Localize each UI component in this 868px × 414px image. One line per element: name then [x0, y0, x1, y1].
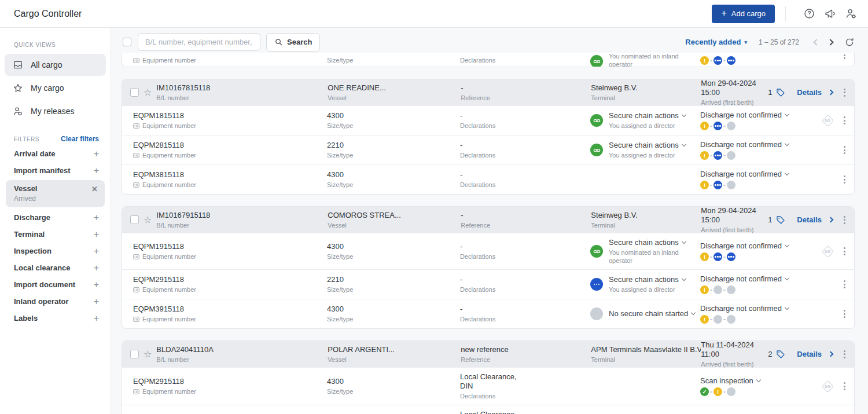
user-settings-icon[interactable] [843, 6, 859, 22]
secure-chain-dropdown[interactable]: Secure chain actions [609, 111, 686, 120]
size-type-label: Size/type [327, 387, 353, 395]
status-dropdown[interactable]: Discharge not confirmed [700, 170, 818, 179]
clear-filters-link[interactable]: Clear filters [61, 135, 99, 143]
filter-vessel[interactable]: VesselArrived✕ [6, 180, 105, 207]
secure-chain-cell: You nominated an inland operator [590, 53, 696, 67]
filter-inland-operator[interactable]: Inland operator+ [0, 293, 111, 310]
row-menu-button[interactable] [842, 144, 847, 156]
favorite-star-icon[interactable]: ☆ [144, 350, 152, 359]
row-menu-button[interactable] [842, 214, 847, 226]
status-dropdown[interactable]: Discharge not confirmed [700, 274, 818, 284]
row-menu-button[interactable] [842, 278, 847, 291]
status-dropdown[interactable]: Discharge not confirmed [700, 111, 818, 120]
add-filter-icon[interactable]: + [94, 280, 99, 290]
help-icon[interactable] [801, 6, 817, 22]
filter-import-document[interactable]: Import document+ [0, 276, 111, 293]
status-dot-empty [727, 151, 735, 160]
search-button[interactable]: Search [266, 33, 320, 52]
row-menu-button[interactable] [842, 53, 847, 61]
chevron-down-icon [785, 243, 789, 247]
star-icon [13, 83, 23, 93]
arrival-datetime: Thu 11-04-2024 11:00 [701, 340, 768, 359]
filter-label: Import document [14, 280, 75, 289]
favorite-star-icon[interactable]: ☆ [144, 88, 152, 97]
sort-dropdown[interactable]: Recently added ▾ [685, 38, 747, 46]
refresh-button[interactable] [844, 37, 855, 47]
status-dropdown[interactable]: Discharge not confirmed [700, 140, 818, 149]
row-menu-button[interactable] [842, 245, 847, 258]
details-link[interactable]: Details [797, 215, 822, 224]
filter-arrival-date[interactable]: Arrival date+ [0, 145, 111, 162]
caret-down-icon: ▾ [744, 39, 747, 45]
container-icon [133, 287, 139, 292]
status-dropdown[interactable] [700, 53, 818, 54]
filter-local-clearance[interactable]: Local clearance+ [0, 259, 111, 276]
equipment-row: Equipment numberSize/typeDeclarationsYou… [122, 53, 854, 67]
add-filter-icon[interactable]: + [94, 247, 99, 256]
secure-chain-subtext: You nominated an inland operator [609, 53, 696, 67]
add-filter-icon[interactable]: + [94, 263, 99, 273]
prev-page-button[interactable] [807, 34, 823, 50]
terminal-label: Terminal [591, 356, 697, 364]
filter-discharge[interactable]: Discharge+ [0, 209, 111, 226]
group-checkbox[interactable] [130, 350, 139, 358]
secure-chain-dropdown[interactable]: Secure chain actions [609, 238, 696, 247]
row-menu-button[interactable] [842, 114, 847, 127]
sidebar-item-all-cargo[interactable]: All cargo [5, 54, 106, 76]
add-filter-icon[interactable]: + [94, 149, 99, 159]
filter-terminal[interactable]: Terminal+ [0, 226, 111, 243]
secure-chain-dropdown[interactable]: Secure chain actions [609, 141, 686, 150]
megaphone-icon[interactable] [822, 6, 838, 22]
row-menu-button[interactable] [842, 348, 847, 361]
status-dot-done: ✓ [700, 387, 709, 396]
status-dot-warn: ! [700, 181, 709, 189]
search-input[interactable] [138, 33, 260, 51]
sidebar-item-my-releases[interactable]: My releases [5, 100, 106, 122]
chevron-right-icon[interactable] [828, 351, 834, 357]
status-dropdown[interactable]: Discharge not confirmed [700, 304, 818, 313]
secure-chain-cell: Secure chain actionsYou assigned a direc… [590, 141, 696, 159]
details-link[interactable]: Details [797, 350, 822, 358]
favorite-star-icon[interactable]: ☆ [144, 215, 152, 225]
equipment-row: EQPM3815118Equipment number4300Size/type… [122, 164, 854, 194]
secure-chain-status-icon [590, 55, 603, 67]
row-menu-button[interactable] [842, 86, 847, 99]
group-checkbox[interactable] [130, 88, 139, 97]
next-page-button[interactable] [823, 34, 840, 50]
status-dropdown[interactable]: Discharge not confirmed [700, 241, 818, 251]
sidebar-item-my-cargo[interactable]: My cargo [5, 77, 106, 99]
container-icon [133, 182, 139, 188]
filter-import-manifest[interactable]: Import manifest+ [0, 162, 111, 179]
select-all-checkbox[interactable] [123, 38, 131, 46]
row-menu-button[interactable] [842, 173, 847, 186]
group-checkbox[interactable] [130, 215, 139, 224]
secure-chain-dropdown[interactable]: Secure chain actions [609, 275, 686, 284]
layout: QUICK VIEWS All cargoMy cargoMy releases… [0, 28, 868, 414]
declarations-label: Declarations [460, 56, 495, 64]
chevron-down-icon [785, 276, 789, 280]
secure-chain-dropdown[interactable]: No secure chain started [609, 309, 695, 318]
row-menu-button[interactable] [842, 307, 847, 320]
row-menu-button[interactable] [842, 380, 847, 393]
filter-inspection[interactable]: Inspection+ [0, 243, 111, 259]
reference-label: Reference [461, 94, 591, 102]
add-filter-icon[interactable]: + [94, 314, 99, 323]
add-cargo-button[interactable]: + Add cargo [712, 5, 775, 23]
add-filter-icon[interactable]: + [94, 166, 99, 175]
step-connector [723, 290, 726, 291]
add-filter-icon[interactable]: + [94, 297, 99, 306]
status-steps: ! [700, 252, 818, 261]
person-icon [13, 106, 23, 116]
status-dropdown[interactable]: Scan inspection [700, 376, 818, 386]
chevron-right-icon[interactable] [828, 90, 834, 96]
add-filter-icon[interactable]: + [94, 230, 99, 239]
remove-filter-icon[interactable]: ✕ [91, 185, 98, 193]
equipment-row: EQPM2072795Equipment number2210Size/type… [122, 405, 854, 414]
topbar: Cargo Controller + Add cargo [0, 0, 868, 28]
chevron-right-icon[interactable] [828, 217, 834, 223]
add-filter-icon[interactable]: + [94, 213, 99, 222]
filter-label: Discharge [14, 213, 50, 222]
filter-labels[interactable]: Labels+ [0, 310, 111, 327]
status-dot-warn: ! [713, 387, 722, 396]
details-link[interactable]: Details [797, 88, 822, 97]
